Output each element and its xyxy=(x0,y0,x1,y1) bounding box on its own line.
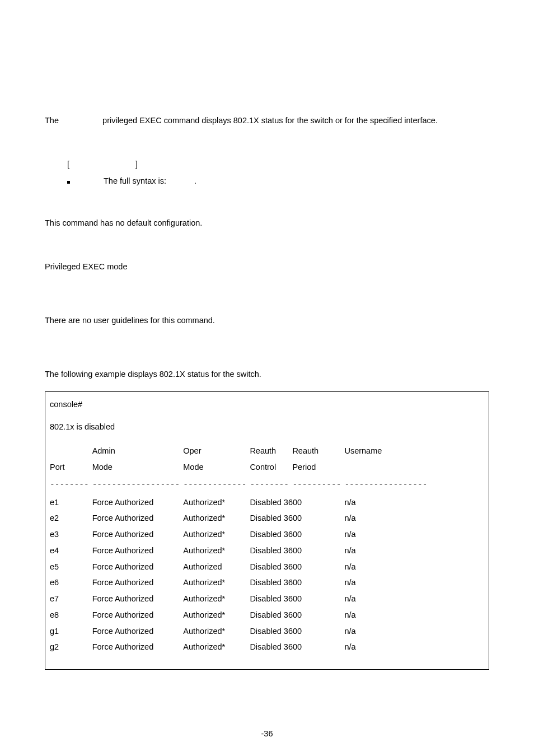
cell-oper: Authorized* xyxy=(183,640,250,656)
example-intro: The following example displays 802.1X st… xyxy=(45,368,489,381)
bullet-icon xyxy=(67,181,70,184)
dash-rp: ---------- xyxy=(292,475,344,494)
hdr2-admin: Mode xyxy=(92,460,184,476)
syntax-dot: . xyxy=(194,176,196,185)
cell-admin: Force Authorized xyxy=(92,623,184,640)
cell-username: n/a xyxy=(344,640,430,656)
cell-username: n/a xyxy=(344,527,430,543)
hdr2-oper: Mode xyxy=(183,460,250,476)
default-config: This command has no default configuratio… xyxy=(45,217,489,230)
table-row: e3Force AuthorizedAuthorized*Disabled 36… xyxy=(50,527,430,543)
cell-reauth: Disabled 3600 xyxy=(250,623,344,640)
table-row: e4Force AuthorizedAuthorized*Disabled 36… xyxy=(50,543,430,559)
table-row: e6Force AuthorizedAuthorized*Disabled 36… xyxy=(50,575,430,591)
intro-pre: The xyxy=(45,116,59,125)
cell-reauth: Disabled 3600 xyxy=(250,640,344,656)
cell-admin: Force Authorized xyxy=(92,607,184,623)
cell-reauth: Disabled 3600 xyxy=(250,543,344,559)
command-mode: Privileged EXEC mode xyxy=(45,261,489,273)
cell-oper: Authorized* xyxy=(183,623,250,640)
hdr-username: Username xyxy=(344,444,430,460)
hdr2-rc: Control xyxy=(250,460,292,476)
table-row: e7Force AuthorizedAuthorized*Disabled 36… xyxy=(50,591,430,608)
cell-username: n/a xyxy=(344,511,430,527)
syntax-text: The full syntax is: xyxy=(104,176,166,185)
cell-reauth: Disabled 3600 xyxy=(250,527,344,543)
cell-oper: Authorized* xyxy=(183,527,250,543)
cell-reauth: Disabled 3600 xyxy=(250,575,344,591)
hdr-reauth-control: Reauth xyxy=(250,444,292,460)
example-output-box: console# 802.1x is disabled Admin Oper R… xyxy=(45,391,489,669)
cell-reauth: Disabled 3600 xyxy=(250,607,344,623)
example-status: 802.1x is disabled xyxy=(50,421,484,433)
cell-oper: Authorized xyxy=(183,559,250,575)
cell-port: e6 xyxy=(50,575,92,591)
table-row: e8Force AuthorizedAuthorized*Disabled 36… xyxy=(50,607,430,623)
cell-username: n/a xyxy=(344,494,430,511)
intro-paragraph: The privileged EXEC command displays 802… xyxy=(45,115,489,127)
cell-port: e1 xyxy=(50,494,92,511)
table-dash-row: -------- ------------------ ------------… xyxy=(50,475,430,494)
hdr2-port: Port xyxy=(50,460,92,476)
cell-port: e3 xyxy=(50,527,92,543)
cell-admin: Force Authorized xyxy=(92,575,184,591)
table-header-row-1: Admin Oper Reauth Reauth Username xyxy=(50,444,430,460)
dash-oper: ------------- xyxy=(183,475,250,494)
hdr2-rp: Period xyxy=(292,460,344,476)
cell-port: e4 xyxy=(50,543,92,559)
dash-admin: ------------------ xyxy=(92,475,184,494)
table-row: e1Force AuthorizedAuthorized*Disabled 36… xyxy=(50,494,430,511)
cell-port: e7 xyxy=(50,591,92,608)
cell-admin: Force Authorized xyxy=(92,543,184,559)
table-header-row-2: Port Mode Mode Control Period xyxy=(50,460,430,476)
syntax-line-1: [ ] xyxy=(45,158,489,171)
cell-port: e2 xyxy=(50,511,92,527)
cell-oper: Authorized* xyxy=(183,511,250,527)
syntax-bullet-row: The full syntax is: . xyxy=(45,175,489,188)
cell-reauth: Disabled 3600 xyxy=(250,591,344,608)
cell-admin: Force Authorized xyxy=(92,640,184,656)
intro-post: privileged EXEC command displays 802.1X … xyxy=(102,116,438,125)
cell-port: g2 xyxy=(50,640,92,656)
cell-username: n/a xyxy=(344,607,430,623)
cell-port: e8 xyxy=(50,607,92,623)
cell-reauth: Disabled 3600 xyxy=(250,559,344,575)
table-row: g1Force AuthorizedAuthorized*Disabled 36… xyxy=(50,623,430,640)
dash-rc: -------- xyxy=(250,475,292,494)
cell-username: n/a xyxy=(344,575,430,591)
user-guidelines: There are no user guidelines for this co… xyxy=(45,315,489,327)
hdr-admin: Admin xyxy=(92,444,184,460)
table-row: g2Force AuthorizedAuthorized*Disabled 36… xyxy=(50,640,430,656)
hdr-oper: Oper xyxy=(183,444,250,460)
table-row: e5Force AuthorizedAuthorizedDisabled 360… xyxy=(50,559,430,575)
cell-port: g1 xyxy=(50,623,92,640)
cell-reauth: Disabled 3600 xyxy=(250,511,344,527)
cell-admin: Force Authorized xyxy=(92,494,184,511)
cell-oper: Authorized* xyxy=(183,591,250,608)
cell-username: n/a xyxy=(344,543,430,559)
example-prompt: console# xyxy=(50,399,484,411)
dash-user: ----------------- xyxy=(344,475,430,494)
cell-reauth: Disabled 3600 xyxy=(250,494,344,511)
cell-admin: Force Authorized xyxy=(92,527,184,543)
syntax-lbr: [ xyxy=(67,160,69,169)
cell-admin: Force Authorized xyxy=(92,559,184,575)
cell-oper: Authorized* xyxy=(183,543,250,559)
example-table: Admin Oper Reauth Reauth Username Port M… xyxy=(50,444,430,656)
cell-username: n/a xyxy=(344,623,430,640)
table-row: e2Force AuthorizedAuthorized*Disabled 36… xyxy=(50,511,430,527)
cell-oper: Authorized* xyxy=(183,494,250,511)
cell-oper: Authorized* xyxy=(183,575,250,591)
page-number: -36 xyxy=(0,728,534,740)
cell-admin: Force Authorized xyxy=(92,591,184,608)
cell-username: n/a xyxy=(344,591,430,608)
hdr-reauth-period: Reauth xyxy=(292,444,344,460)
syntax-rbr: ] xyxy=(135,160,138,169)
cell-oper: Authorized* xyxy=(183,607,250,623)
cell-port: e5 xyxy=(50,559,92,575)
dash-port: -------- xyxy=(50,475,92,494)
cell-username: n/a xyxy=(344,559,430,575)
cell-admin: Force Authorized xyxy=(92,511,184,527)
